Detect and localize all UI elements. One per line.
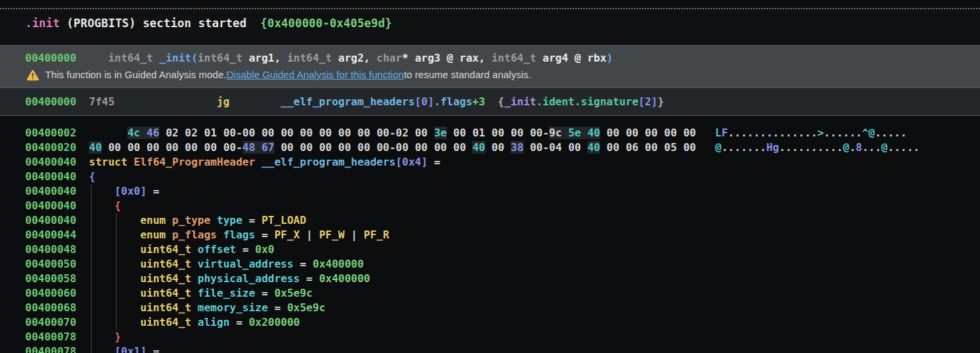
code-token[interactable]: p_type — [172, 214, 217, 227]
code-token[interactable]: { — [89, 170, 95, 183]
hex-byte[interactable]: 00 — [166, 141, 178, 154]
address[interactable]: 00400000 — [25, 52, 76, 64]
code-token[interactable]: __elf_program_headers — [261, 156, 395, 168]
hex-byte[interactable]: 00 — [683, 126, 696, 139]
code-token[interactable]: p_flags — [172, 228, 223, 241]
address[interactable]: 00400040 — [25, 156, 76, 168]
ascii-char[interactable]: ..... — [875, 126, 906, 139]
hex-byte[interactable]: 00 — [357, 126, 370, 139]
hex-byte[interactable]: 00 — [491, 126, 504, 139]
hex-byte[interactable]: 67 — [261, 141, 274, 154]
code-token[interactable]: type — [217, 214, 243, 227]
hex-byte[interactable]: 00 — [568, 141, 581, 154]
hex-byte[interactable]: 00 — [338, 126, 351, 139]
code-token[interactable]: = — [243, 214, 262, 227]
hex-byte[interactable]: 05 — [664, 141, 677, 154]
hex-byte[interactable]: 40 — [472, 141, 485, 154]
hex-byte[interactable]: 40 — [587, 126, 600, 139]
code-token[interactable]: Elf64_ProgramHeader — [134, 156, 262, 168]
hex-row[interactable]: 00400002 4c 46 02 02 01 00-00 00 00 00 0… — [0, 126, 980, 140]
code-token[interactable]: align — [198, 316, 229, 328]
instruction-bytes[interactable]: 7f45 — [89, 95, 217, 108]
disable-guided-analysis-link[interactable]: Disable Guided Analysis for this functio… — [226, 67, 404, 83]
address[interactable]: 00400060 — [25, 287, 76, 299]
code-token[interactable]: 0x400000 — [319, 272, 370, 285]
code-token[interactable]: PF_R — [364, 228, 390, 241]
hex-byte[interactable]: - — [236, 126, 243, 139]
hex-byte[interactable]: 00 — [434, 141, 447, 154]
struct-row[interactable]: 00400040 [0x0] = — [0, 184, 980, 199]
address[interactable]: 00400040 — [25, 199, 76, 212]
hex-byte[interactable]: 00 — [338, 141, 351, 154]
code-token[interactable]: flags — [223, 228, 255, 241]
operand-token[interactable]: __elf_program_headers — [280, 95, 414, 108]
hex-byte[interactable]: 00 — [415, 126, 428, 139]
hex-byte[interactable]: 40 — [587, 141, 600, 154]
code-token[interactable]: physical_address — [198, 272, 300, 285]
address[interactable]: 00400040 — [25, 214, 76, 227]
hex-byte[interactable]: 4c — [127, 126, 140, 139]
code-token[interactable]: uint64_t — [140, 316, 198, 328]
hex-byte[interactable]: 48 — [243, 141, 255, 154]
hex-byte[interactable]: 00 — [530, 141, 542, 154]
address[interactable]: 00400020 — [25, 141, 76, 154]
code-token[interactable]: PF_W — [319, 228, 345, 241]
ascii-char[interactable]: > — [818, 126, 824, 139]
code-token[interactable]: 0x400000 — [313, 258, 364, 270]
ascii-char[interactable]: H — [766, 141, 773, 154]
hex-byte[interactable]: 40 — [89, 141, 101, 154]
hex-byte[interactable]: 02 — [396, 126, 408, 139]
hex-byte[interactable]: - — [542, 126, 549, 139]
ascii-char[interactable]: F — [721, 126, 728, 139]
ascii-char[interactable]: @ — [843, 141, 849, 154]
struct-row[interactable]: 00400040 { — [0, 199, 980, 213]
code-token[interactable]: uint64_t — [140, 301, 198, 314]
hex-byte[interactable]: - — [236, 141, 243, 154]
address[interactable]: 00400070 — [25, 316, 76, 328]
struct-row[interactable]: 00400044 enum p_flags flags = PF_X | PF_… — [0, 228, 980, 242]
hex-byte[interactable]: 00 — [319, 141, 332, 154]
address[interactable]: 00400058 — [25, 272, 76, 285]
code-token[interactable]: enum — [140, 214, 172, 227]
hex-byte[interactable]: 00 — [511, 126, 523, 139]
hex-byte[interactable]: 00 — [454, 141, 466, 154]
hex-byte[interactable]: - — [542, 141, 549, 154]
instruction-row[interactable]: 00400000 7f45 jg __elf_program_headers[0… — [0, 95, 664, 109]
function-signature-row[interactable]: 00400000 int64_t _init(int64_t arg1, int… — [0, 50, 980, 67]
code-token[interactable]: = — [236, 243, 255, 256]
hex-byte[interactable]: 00 — [683, 141, 696, 154]
hex-byte[interactable]: 00 — [607, 141, 619, 154]
hex-byte[interactable]: 02 — [185, 126, 198, 139]
code-token[interactable]: = — [147, 185, 159, 197]
address[interactable]: 00400000 — [25, 95, 76, 108]
code-token[interactable]: file_size — [198, 287, 255, 299]
hex-byte[interactable]: 00 — [607, 126, 619, 139]
code-token[interactable]: PF_X — [275, 228, 300, 241]
hex-byte[interactable]: 00 — [261, 126, 274, 139]
hex-byte[interactable]: 38 — [511, 141, 523, 154]
code-token[interactable]: = — [229, 316, 249, 328]
ascii-char[interactable]: . — [849, 141, 856, 154]
operand-token[interactable]: +3 — [472, 95, 485, 108]
ascii-char[interactable]: ....... — [721, 141, 766, 154]
ascii-char[interactable]: @ — [881, 141, 888, 154]
hex-byte[interactable]: 00 — [204, 141, 217, 154]
code-token[interactable]: = — [147, 345, 159, 353]
code-token[interactable]: uint64_t — [140, 287, 198, 299]
struct-row[interactable]: 00400078 } — [0, 330, 980, 344]
struct-row[interactable]: 00400068 uint64_t memory_size = 0x5e9c — [0, 301, 980, 315]
address[interactable]: 00400002 — [25, 126, 76, 139]
ascii-char[interactable]: ^ — [862, 126, 869, 139]
hex-byte[interactable]: 00 — [319, 126, 332, 139]
hex-byte[interactable]: 3e — [434, 126, 447, 139]
hex-byte[interactable]: 00 — [243, 126, 255, 139]
ascii-char[interactable]: ...... — [824, 126, 862, 139]
hex-byte[interactable]: 00 — [280, 141, 293, 154]
ascii-char[interactable]: 8 — [856, 141, 863, 154]
hex-byte[interactable]: 00 — [454, 126, 466, 139]
operand-token[interactable]: .flags — [434, 95, 473, 108]
hex-byte[interactable]: 00 — [357, 141, 370, 154]
hex-byte[interactable]: 00 — [645, 126, 658, 139]
hex-byte[interactable]: 5e — [568, 126, 581, 139]
ascii-char[interactable]: @ — [869, 126, 875, 139]
